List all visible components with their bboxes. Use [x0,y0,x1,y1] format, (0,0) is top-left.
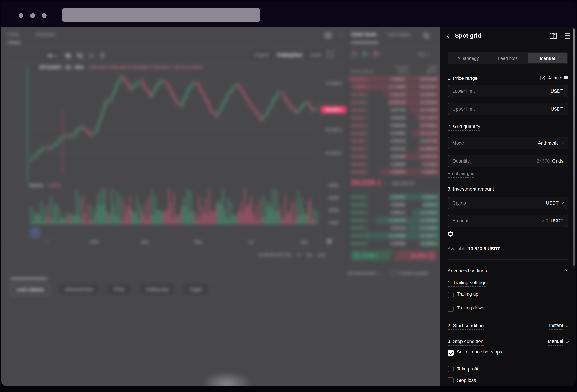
bid-row[interactable]: 59,026.40.9812710.24640 [348,209,440,216]
bid-row[interactable]: 59,026.90.000919.26513 [348,201,440,209]
order-type-button[interactable]: TP/SL [108,284,130,295]
order-type-button[interactable]: Advanced limit [60,284,98,295]
order-type-button[interactable]: Trigger [184,284,208,295]
stop-loss-checkbox[interactable] [448,377,454,383]
book-layout-both-icon[interactable] [351,50,359,58]
crypto-select[interactable]: Crypto USDT [448,197,568,209]
start-condition-select[interactable]: Instant [549,323,568,330]
current-symbol-checkbox[interactable]: Current symbol [391,271,428,276]
ask-row[interactable]: 59,035.612.7090658.63547 [348,83,440,91]
ask-row[interactable]: 59,029.10.060005.12052 [348,160,440,168]
start-condition-label: 2. Start condition [448,323,484,328]
upper-limit-input[interactable]: Upper limit USDT [448,103,568,115]
bids-list: 59,028.09.264229.26422 59,026.90.000919.… [348,193,440,247]
precision-select[interactable]: 0.1 [419,52,429,57]
timezone-globe-icon[interactable] [326,239,332,244]
volume-tick: 800M [322,183,345,188]
take-profit-row[interactable]: Take profit [448,366,478,372]
time-tick: Jul [248,240,253,244]
ai-autofill-button[interactable]: AI auto-fill [540,75,568,81]
spot-grid-panel: Spot grid AI strategyLead botsManual 1. … [440,27,576,386]
bid-row[interactable]: 59,023.50.0005033.39522 [348,240,440,247]
strategy-tab[interactable]: Lead bots [488,53,528,64]
log-scale-button[interactable]: log [306,252,312,257]
current-symbol-box[interactable] [391,271,396,276]
background-glow [201,371,253,386]
amount-input[interactable]: Amount ≥ 0USDT [448,215,568,227]
ask-row[interactable]: 59,031.70.6222534.71679 [348,114,440,122]
window-dot-2[interactable] [30,13,35,18]
orderbook-columns: Price (USDT) Amount(BTC) Total(BTC) [351,65,436,74]
collapse-chevron-icon[interactable] [565,269,567,273]
orderbook-settings-icon[interactable] [423,33,430,39]
bid-row[interactable]: 59,025.211.8522822.09868 [348,216,440,224]
ask-row[interactable]: 59,030.70.9021023.87126 [348,137,440,145]
price-tick: 70,000.0 [322,81,345,86]
edit-icon [540,75,546,81]
quantity-input[interactable]: Quantity 2~300Grids [448,155,568,167]
browser-window: ChartOverview ⋮ 1D [1,1,576,386]
orderbook-tab[interactable]: Order book [351,32,376,37]
browser-titlebar [1,1,576,27]
ask-row[interactable]: 59,029.28.8264813.94700 [348,153,440,160]
bottom-right-controls: All instruments Current symbol [348,271,428,276]
strategy-tab[interactable]: Manual [528,53,567,64]
order-type-button[interactable]: Limit | Market [11,284,50,295]
investment-heading: 3. Investment amount [448,186,494,192]
bid-row[interactable]: 59,024.811.2948633.39472 [348,232,440,240]
url-bar[interactable] [62,8,260,22]
ask-row[interactable]: 59,035.80.0000158.63548 [348,75,440,83]
book-layout-bids-icon[interactable] [362,50,370,58]
trailing-settings-heading: 1. Trailing settings [448,280,486,285]
sell-all-checkbox[interactable] [448,350,454,356]
stop-loss-row[interactable]: Stop loss [448,377,476,383]
back-button[interactable] [448,34,451,38]
trailing-down-row[interactable]: Trailing down [448,305,484,312]
amount-slider[interactable] [448,235,565,235]
sell-ratio: 52.10%S [394,251,436,261]
price-tick: 50,000.0 [322,128,345,132]
ask-row[interactable]: 59,031.60.9823634.09454 [348,122,440,129]
mode-select[interactable]: Mode Arithmetic [448,137,568,149]
last-trades-tab[interactable]: Last trades [387,32,410,37]
trailing-up-checkbox[interactable] [448,292,454,298]
lower-limit-input[interactable]: Lower limit USDT [448,85,568,97]
order-type-button[interactable]: Trailing stop [140,284,174,295]
clock-label[interactable]: 14:38:36 (UTC+8) [258,252,291,257]
ask-row[interactable]: 59,033.910.8010945.59508 [348,98,440,106]
all-instruments-select[interactable]: All instruments [348,271,381,276]
strategy-tab[interactable]: AI strategy [448,53,488,64]
stop-condition-label: 3. Stop condition [448,339,484,344]
bid-row[interactable]: 59,025.10.0011822.09986 [348,224,440,232]
stop-condition-select[interactable]: Manual [548,339,568,346]
panel-scrollbar[interactable] [573,28,575,266]
price-chart[interactable] [1,27,347,268]
manual-book-icon[interactable] [549,33,557,40]
time-tick: 7 [45,240,47,244]
percent-scale-button[interactable]: % [297,252,301,257]
trailing-up-row[interactable]: Trailing up [448,292,478,298]
window-dot-1[interactable] [19,13,23,18]
orderbook-layout-switch [351,50,381,58]
trailing-down-checkbox[interactable] [448,306,454,312]
volume-tick: 200M [322,221,345,225]
time-tick: Sep [301,240,308,244]
ask-row[interactable]: 59,033.20.0772034.79399 [348,106,440,114]
ask-row[interactable]: 59,030.89.2409233.11218 [348,129,440,137]
amount-slider-knob[interactable] [448,231,453,236]
price-direction-arrow: ↓ [384,180,387,187]
panel-menu-icon[interactable] [565,33,570,39]
grid-quantity-heading: 2. Grid quantity [448,124,480,129]
book-layout-asks-icon[interactable] [373,50,381,58]
ask-row[interactable]: 59,034.90.3313345.92641 [348,91,440,98]
ask-row[interactable]: 59,028.25.060525.06052 [348,168,440,176]
bid-row[interactable]: 59,028.09.264229.26422 [348,193,440,201]
window-dot-3[interactable] [42,13,47,18]
ask-row[interactable]: 59,030.29.0221622.96916 [348,145,440,153]
auto-scale-button[interactable]: auto [318,252,326,257]
last-price: 59,028.1 [351,178,381,187]
sell-all-row[interactable]: Sell all once bot stops [448,349,502,356]
tradingview-logo[interactable]: T [30,228,40,237]
take-profit-checkbox[interactable] [448,366,454,372]
time-tick: Mar [142,240,148,244]
